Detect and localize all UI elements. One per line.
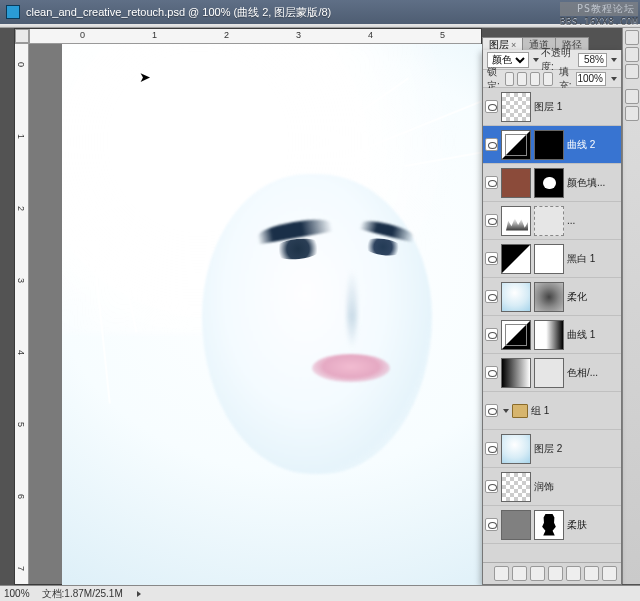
layer-thumbnail[interactable] — [501, 434, 531, 464]
lock-transparent-icon[interactable] — [505, 72, 515, 86]
layer-row[interactable]: 曲线 2 — [483, 126, 621, 164]
panel-lock-row: 锁定: 填充: 100% — [483, 70, 621, 88]
layer-mask-thumbnail[interactable] — [534, 320, 564, 350]
layer-row[interactable]: 黑白 1 — [483, 240, 621, 278]
fx-icon[interactable] — [512, 566, 527, 581]
visibility-toggle-icon[interactable] — [485, 100, 498, 113]
fill-value[interactable]: 100% — [576, 72, 606, 86]
dock-button[interactable] — [625, 64, 639, 79]
layer-thumbnail[interactable] — [501, 168, 531, 198]
ruler-horizontal[interactable]: 0 1 2 3 4 5 — [29, 29, 481, 44]
chevron-down-icon[interactable] — [611, 77, 617, 81]
layer-name[interactable]: ... — [567, 215, 575, 226]
layer-thumbnail[interactable] — [501, 244, 531, 274]
layer-thumbnail[interactable] — [501, 206, 531, 236]
visibility-toggle-icon[interactable] — [485, 328, 498, 341]
layer-mask-thumbnail[interactable] — [534, 510, 564, 540]
visibility-toggle-icon[interactable] — [485, 214, 498, 227]
layer-row[interactable]: 柔化 — [483, 278, 621, 316]
layer-thumbnail[interactable] — [501, 282, 531, 312]
visibility-toggle-icon[interactable] — [485, 176, 498, 189]
layer-mask-thumbnail[interactable] — [534, 358, 564, 388]
layer-mask-thumbnail[interactable] — [534, 130, 564, 160]
layer-row[interactable]: 组 1 — [483, 392, 621, 430]
add-mask-icon[interactable] — [530, 566, 545, 581]
visibility-toggle-icon[interactable] — [485, 480, 498, 493]
chevron-down-icon[interactable] — [611, 58, 617, 62]
layer-thumbnail[interactable] — [501, 358, 531, 388]
adjustment-icon[interactable] — [548, 566, 563, 581]
layer-name[interactable]: 图层 2 — [534, 442, 562, 456]
layers-list[interactable]: 图层 1曲线 2颜色填......黑白 1柔化曲线 1色相/...组 1图层 2… — [483, 88, 621, 562]
dock-button[interactable] — [625, 47, 639, 62]
document-title: clean_and_creative_retouch.psd @ 100% (曲… — [26, 5, 331, 20]
lock-pixels-icon[interactable] — [517, 72, 527, 86]
image-lips — [312, 354, 390, 382]
layer-row[interactable]: 曲线 1 — [483, 316, 621, 354]
dock-button[interactable] — [625, 89, 639, 104]
layer-row[interactable]: 图层 1 — [483, 88, 621, 126]
layer-thumbnail[interactable] — [501, 472, 531, 502]
canvas-area[interactable]: 0 1 2 3 4 5 0 1 2 3 4 5 6 7 — [14, 28, 482, 585]
layer-name[interactable]: 色相/... — [567, 366, 598, 380]
status-bar: 100% 文档:1.87M/25.1M — [0, 585, 640, 601]
layer-thumbnail[interactable] — [501, 130, 531, 160]
link-layers-icon[interactable] — [494, 566, 509, 581]
layer-row[interactable]: 润饰 — [483, 468, 621, 506]
visibility-toggle-icon[interactable] — [485, 138, 498, 151]
layer-mask-thumbnail[interactable] — [534, 244, 564, 274]
ruler-origin[interactable] — [15, 29, 29, 43]
opacity-value[interactable]: 58% — [578, 53, 607, 67]
layer-row[interactable]: 图层 2 — [483, 430, 621, 468]
layer-thumbnail[interactable] — [501, 92, 531, 122]
right-dock[interactable] — [622, 28, 640, 584]
layer-name[interactable]: 曲线 2 — [567, 138, 595, 152]
lock-all-icon[interactable] — [543, 72, 553, 86]
dock-button[interactable] — [625, 106, 639, 121]
visibility-toggle-icon[interactable] — [485, 252, 498, 265]
chevron-down-icon — [533, 58, 539, 62]
chevron-right-icon[interactable] — [137, 591, 141, 597]
image-nose — [347, 269, 357, 349]
zoom-level[interactable]: 100% — [4, 588, 30, 599]
layer-name[interactable]: 组 1 — [531, 404, 549, 418]
layer-row[interactable]: 柔肤 — [483, 506, 621, 544]
ruler-vertical[interactable]: 0 1 2 3 4 5 6 7 — [15, 43, 29, 584]
layer-row[interactable]: ... — [483, 202, 621, 240]
layer-thumbnail[interactable] — [501, 320, 531, 350]
layer-name[interactable]: 黑白 1 — [567, 252, 595, 266]
visibility-toggle-icon[interactable] — [485, 366, 498, 379]
watermark: PS教程论坛 BBS.16XX8.COM — [560, 2, 638, 27]
layer-name[interactable]: 图层 1 — [534, 100, 562, 114]
layer-name[interactable]: 柔肤 — [567, 518, 587, 532]
layer-name[interactable]: 颜色填... — [567, 176, 605, 190]
new-group-icon[interactable] — [566, 566, 581, 581]
trash-icon[interactable] — [602, 566, 617, 581]
visibility-toggle-icon[interactable] — [485, 518, 498, 531]
folder-icon — [512, 404, 528, 418]
layer-mask-thumbnail[interactable] — [534, 206, 564, 236]
visibility-toggle-icon[interactable] — [485, 442, 498, 455]
app-window: clean_and_creative_retouch.psd @ 100% (曲… — [0, 0, 640, 601]
layer-thumbnail[interactable] — [501, 510, 531, 540]
visibility-toggle-icon[interactable] — [485, 290, 498, 303]
panel-options-row: 颜色 不透明度: 58% — [483, 50, 621, 70]
disclosure-icon[interactable] — [503, 409, 509, 413]
watermark-line1: PS教程论坛 — [560, 2, 638, 16]
dock-button[interactable] — [625, 30, 639, 45]
new-layer-icon[interactable] — [584, 566, 599, 581]
layer-name[interactable]: 润饰 — [534, 480, 554, 494]
layer-name[interactable]: 柔化 — [567, 290, 587, 304]
layer-name[interactable]: 曲线 1 — [567, 328, 595, 342]
panel-footer — [483, 562, 621, 584]
layer-mask-thumbnail[interactable] — [534, 168, 564, 198]
layer-mask-thumbnail[interactable] — [534, 282, 564, 312]
layer-row[interactable]: 色相/... — [483, 354, 621, 392]
visibility-toggle-icon[interactable] — [485, 404, 498, 417]
tab-close-icon[interactable]: × — [509, 40, 516, 50]
lock-position-icon[interactable] — [530, 72, 540, 86]
layer-row[interactable]: 颜色填... — [483, 164, 621, 202]
canvas-image[interactable] — [62, 44, 552, 586]
document-info[interactable]: 文档:1.87M/25.1M — [42, 587, 123, 601]
photoshop-icon — [6, 5, 20, 19]
